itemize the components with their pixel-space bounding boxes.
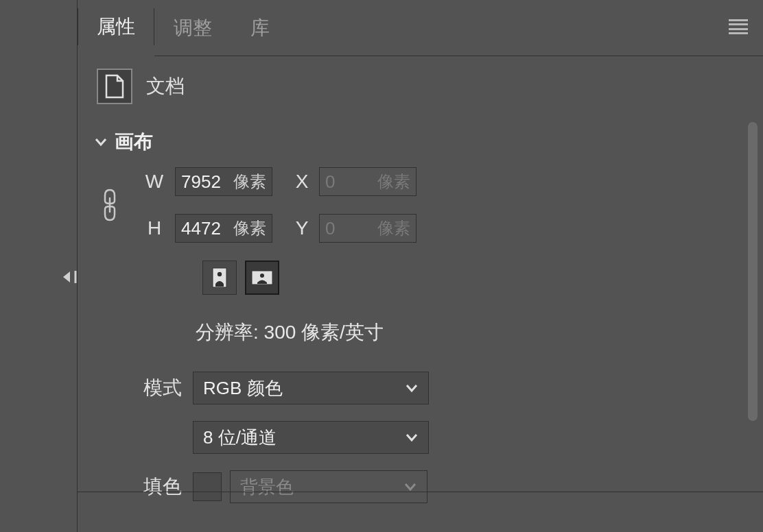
y-label: Y <box>293 217 311 239</box>
resolution-text: 分辨率: 300 像素/英寸 <box>196 319 763 346</box>
mode-label: 模式 <box>78 375 193 401</box>
vertical-scrollbar[interactable] <box>748 122 758 421</box>
link-wh-icon[interactable] <box>102 187 118 223</box>
height-row: H 4472 像素 Y 0 像素 <box>142 214 416 243</box>
chevron-down-icon <box>94 135 108 149</box>
y-value: 0 <box>325 218 335 239</box>
svg-point-3 <box>218 272 222 276</box>
fill-select[interactable]: 背景色 <box>230 470 427 503</box>
document-label: 文档 <box>146 73 185 99</box>
width-label: W <box>142 171 167 193</box>
width-input[interactable]: 7952 像素 <box>175 167 272 196</box>
workspace-left-margin <box>0 0 77 532</box>
x-input[interactable]: 0 像素 <box>319 167 416 196</box>
x-label: X <box>293 171 311 193</box>
panel-menu-icon[interactable] <box>729 19 748 34</box>
canvas-section-label: 画布 <box>115 129 153 155</box>
color-mode-value: RGB 颜色 <box>203 376 283 400</box>
fill-value: 背景色 <box>240 475 294 499</box>
fill-swatch[interactable] <box>193 472 222 501</box>
panel-divider <box>78 492 763 492</box>
panel-content: 画布 W 7952 像素 X 0 像素 <box>78 117 763 503</box>
svg-point-5 <box>260 274 264 278</box>
orientation-landscape-button[interactable] <box>245 261 279 295</box>
x-value: 0 <box>325 171 335 193</box>
properties-panel: 属性 调整 库 文档 画布 <box>77 0 763 532</box>
chevron-down-icon <box>405 381 419 395</box>
height-unit: 像素 <box>233 217 266 239</box>
panel-tabs: 属性 调整 库 <box>78 0 763 56</box>
x-unit: 像素 <box>377 171 410 193</box>
depth-row: 8 位/通道 <box>78 421 763 454</box>
orientation-buttons <box>202 261 763 295</box>
width-row: W 7952 像素 X 0 像素 <box>142 167 416 196</box>
height-value: 4472 <box>181 218 221 239</box>
color-mode-select[interactable]: RGB 颜色 <box>193 372 429 404</box>
width-unit: 像素 <box>233 171 266 193</box>
canvas-section-header[interactable]: 画布 <box>78 119 763 167</box>
bit-depth-select[interactable]: 8 位/通道 <box>193 421 429 454</box>
orientation-portrait-button[interactable] <box>202 261 237 295</box>
height-input[interactable]: 4472 像素 <box>175 214 272 243</box>
tab-libraries[interactable]: 库 <box>231 0 289 56</box>
bit-depth-value: 8 位/通道 <box>203 426 277 450</box>
document-header: 文档 <box>78 56 763 117</box>
dimension-rows: W 7952 像素 X 0 像素 H 4472 像素 <box>78 167 763 243</box>
fill-row: 填色 背景色 <box>78 470 763 503</box>
mode-row: 模式 RGB 颜色 <box>78 372 763 404</box>
chevron-down-icon <box>405 431 419 444</box>
tab-properties[interactable]: 属性 <box>78 0 154 56</box>
width-value: 7952 <box>181 171 221 193</box>
height-label: H <box>142 217 167 239</box>
y-input[interactable]: 0 像素 <box>319 214 416 243</box>
tab-adjustments[interactable]: 调整 <box>154 0 231 56</box>
y-unit: 像素 <box>377 217 410 239</box>
fill-label: 填色 <box>78 474 193 500</box>
document-icon <box>97 69 132 104</box>
